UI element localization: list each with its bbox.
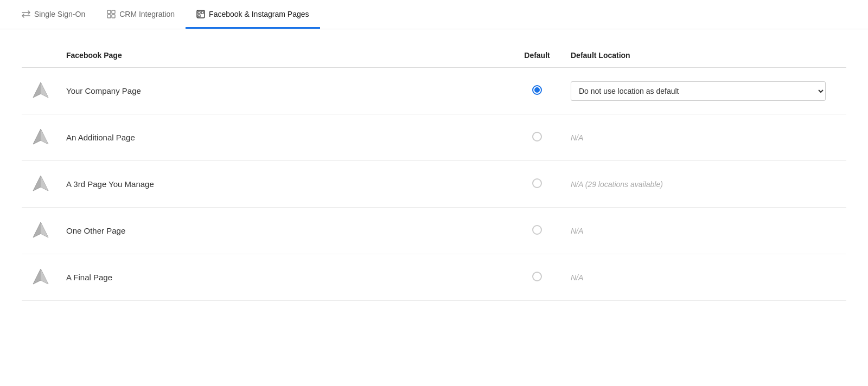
page-icon-cell	[22, 161, 60, 208]
table-row: Your Company PageDo not use location as …	[22, 68, 846, 114]
svg-rect-2	[107, 15, 111, 18]
page-name-cell: A 3rd Page You Manage	[60, 161, 510, 208]
location-na-text: N/A	[571, 133, 583, 142]
page-name-cell: Your Company Page	[60, 68, 510, 114]
col-icon-header	[22, 46, 60, 68]
default-radio-3[interactable]	[532, 178, 542, 188]
pages-table: Facebook Page Default Default Location Y…	[22, 46, 846, 301]
page-default-cell[interactable]	[510, 114, 564, 161]
page-icon-cell	[22, 68, 60, 114]
svg-rect-5	[198, 11, 200, 14]
page-location-cell: N/A (29 locations available)	[564, 161, 846, 208]
default-radio-4[interactable]	[532, 225, 542, 235]
page-location-cell: N/A	[564, 208, 846, 254]
facebook-icon	[196, 10, 205, 18]
location-na-text: N/A	[571, 227, 583, 235]
page-location-cell[interactable]: Do not use location as defaultLocation 1…	[564, 68, 846, 114]
svg-rect-7	[198, 15, 200, 17]
tabs-bar: Single Sign-On CRM Integration Facebook …	[0, 0, 868, 29]
table-row: A Final PageN/A	[22, 254, 846, 301]
col-default-header: Default	[510, 46, 564, 68]
location-arrow-icon	[30, 220, 51, 240]
page-name-cell: One Other Page	[60, 208, 510, 254]
svg-rect-6	[201, 11, 203, 14]
tab-sso-label: Single Sign-On	[34, 10, 85, 18]
page-name-cell: A Final Page	[60, 254, 510, 301]
svg-rect-1	[112, 10, 115, 14]
location-na-text: N/A	[571, 273, 583, 282]
location-na-text: N/A (29 locations available)	[571, 180, 663, 189]
table-row: An Additional PageN/A	[22, 114, 846, 161]
page-icon-cell	[22, 254, 60, 301]
page-location-cell: N/A	[564, 254, 846, 301]
transfer-icon	[22, 10, 30, 18]
main-content: Facebook Page Default Default Location Y…	[0, 29, 868, 317]
tab-crm-label: CRM Integration	[119, 10, 175, 18]
default-radio-5[interactable]	[532, 272, 542, 281]
svg-rect-0	[107, 10, 111, 14]
page-default-cell[interactable]	[510, 254, 564, 301]
page-icon-cell	[22, 114, 60, 161]
location-arrow-icon	[30, 126, 51, 147]
default-radio-2[interactable]	[532, 132, 542, 141]
col-location-header: Default Location	[564, 46, 846, 68]
tab-crm[interactable]: CRM Integration	[96, 0, 186, 29]
svg-rect-3	[112, 15, 115, 18]
page-name-cell: An Additional Page	[60, 114, 510, 161]
table-row: One Other PageN/A	[22, 208, 846, 254]
location-arrow-icon	[30, 80, 51, 100]
location-select[interactable]: Do not use location as defaultLocation 1…	[571, 81, 826, 101]
page-default-cell[interactable]	[510, 68, 564, 114]
tab-sso[interactable]: Single Sign-On	[11, 0, 96, 29]
page-default-cell[interactable]	[510, 208, 564, 254]
page-default-cell[interactable]	[510, 161, 564, 208]
table-row: A 3rd Page You ManageN/A (29 locations a…	[22, 161, 846, 208]
table-header-row: Facebook Page Default Default Location	[22, 46, 846, 68]
tab-facebook-label: Facebook & Instagram Pages	[209, 10, 309, 18]
col-page-header: Facebook Page	[60, 46, 510, 68]
page-icon-cell	[22, 208, 60, 254]
crm-icon	[107, 10, 116, 18]
default-radio-1[interactable]	[532, 85, 542, 95]
location-arrow-icon	[30, 173, 51, 194]
tab-facebook[interactable]: Facebook & Instagram Pages	[186, 0, 320, 29]
location-arrow-icon	[30, 266, 51, 287]
page-location-cell: N/A	[564, 114, 846, 161]
